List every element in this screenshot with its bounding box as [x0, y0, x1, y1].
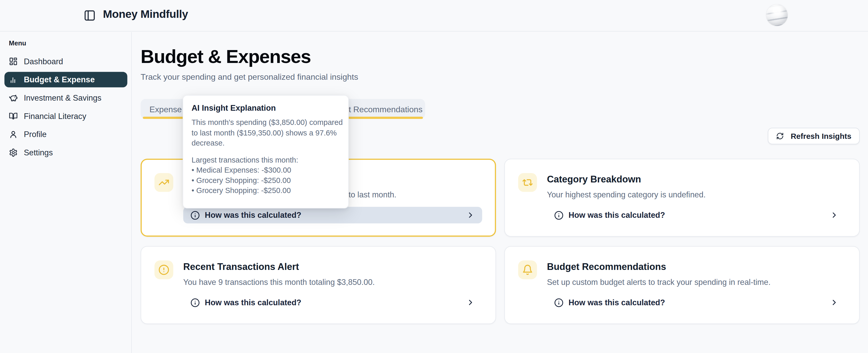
sidebar: Menu Dashboard Budget & Expense Invest	[0, 32, 132, 353]
sidebar-item-label: Budget & Expense	[24, 75, 95, 84]
how-calculated-link[interactable]: How was this calculated?	[547, 294, 846, 311]
sidebar-item-label: Profile	[24, 130, 46, 139]
app-title: Money Mindfully	[103, 8, 188, 21]
app-window: Money Mindfully Menu Dashboard Budget & …	[0, 0, 868, 353]
info-icon	[554, 298, 563, 307]
sidebar-item-investment-savings[interactable]: Investment & Savings	[4, 90, 127, 106]
refresh-insights-button[interactable]: Refresh Insights	[768, 128, 860, 144]
card-description: You have 9 transactions this month total…	[183, 277, 482, 287]
chevron-right-icon	[830, 298, 839, 307]
alert-circle-icon	[154, 260, 173, 279]
page-title: Budget & Expenses	[141, 45, 860, 68]
card-title: Recent Transactions Alert	[183, 262, 482, 273]
bell-icon	[518, 260, 537, 279]
card-category-breakdown: Category Breakdown Your highest spending…	[504, 159, 860, 237]
trending-up-icon	[154, 173, 173, 192]
card-recent-transactions-alert: Recent Transactions Alert You have 9 tra…	[141, 246, 496, 324]
refresh-icon	[776, 132, 784, 140]
how-calculated-label: How was this calculated?	[568, 211, 665, 219]
ai-insight-transactions: Largest transactions this month: • Medic…	[191, 155, 340, 196]
page-subtitle: Track your spending and get personalized…	[141, 72, 860, 81]
card-title: Budget Recommendations	[547, 262, 846, 273]
sidebar-nav: Dashboard Budget & Expense Investment & …	[4, 54, 127, 161]
card-title: Category Breakdown	[547, 174, 846, 185]
sidebar-item-settings[interactable]: Settings	[4, 145, 127, 160]
ai-insight-popup: AI Insight Explanation This month's spen…	[183, 95, 349, 209]
avatar[interactable]	[766, 4, 788, 26]
sidebar-item-label: Investment & Savings	[24, 94, 101, 102]
repeat-icon	[518, 173, 537, 192]
chevron-right-icon	[830, 211, 839, 219]
panel-left-icon	[84, 9, 96, 22]
info-icon	[554, 210, 563, 220]
card-description: Set up custom budget alerts to track you…	[547, 277, 846, 287]
sidebar-item-profile[interactable]: Profile	[4, 127, 127, 142]
how-calculated-label: How was this calculated?	[568, 298, 665, 307]
sidebar-toggle-button[interactable]	[83, 8, 97, 23]
piggy-bank-icon	[9, 94, 18, 102]
gear-icon	[9, 148, 18, 157]
refresh-insights-label: Refresh Insights	[791, 132, 851, 140]
sidebar-item-financial-literacy[interactable]: Financial Literacy	[4, 108, 127, 124]
dashboard-icon	[9, 57, 18, 66]
sidebar-item-label: Dashboard	[24, 57, 63, 66]
how-calculated-link[interactable]: How was this calculated?	[183, 207, 482, 223]
info-icon	[190, 210, 200, 220]
sidebar-menu-label: Menu	[9, 39, 127, 47]
info-icon	[190, 298, 200, 307]
bar-chart-icon	[9, 75, 18, 84]
sidebar-item-budget-expense[interactable]: Budget & Expense	[4, 72, 127, 87]
how-calculated-link[interactable]: How was this calculated?	[547, 207, 846, 223]
how-calculated-link[interactable]: How was this calculated?	[183, 294, 482, 311]
sidebar-item-label: Settings	[24, 148, 53, 157]
chevron-right-icon	[466, 211, 475, 219]
user-icon	[9, 130, 18, 139]
book-open-icon	[9, 112, 18, 120]
ai-insight-popup-title: AI Insight Explanation	[191, 103, 340, 112]
chevron-right-icon	[466, 298, 475, 307]
how-calculated-label: How was this calculated?	[205, 298, 302, 307]
top-header: Money Mindfully	[0, 0, 868, 32]
how-calculated-label: How was this calculated?	[205, 211, 302, 219]
sidebar-item-dashboard[interactable]: Dashboard	[4, 54, 127, 69]
ai-insight-paragraph: This month's spending ($3,850.00) compar…	[191, 118, 340, 148]
card-budget-recommendations: Budget Recommendations Set up custom bud…	[504, 246, 860, 324]
card-description: Your highest spending category is undefi…	[547, 190, 846, 200]
sidebar-item-label: Financial Literacy	[24, 112, 86, 120]
